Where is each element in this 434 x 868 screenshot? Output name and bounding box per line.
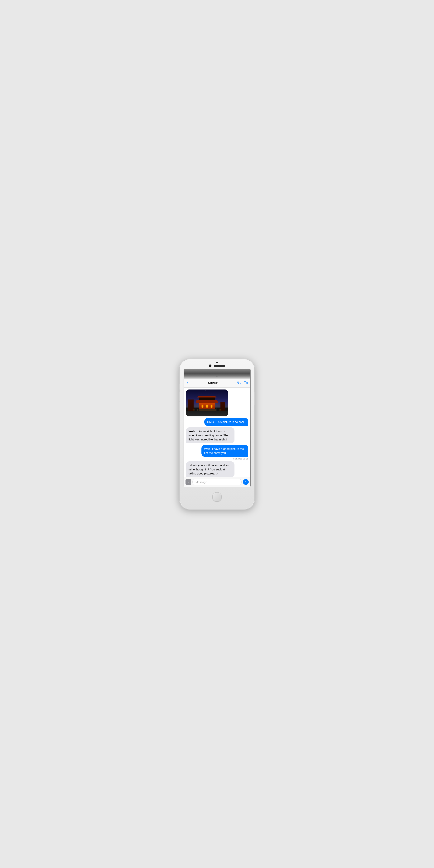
- phone-device: ⌃ ‹ Arthur: [179, 359, 255, 509]
- message-placeholder: iMessage: [195, 480, 207, 484]
- sensor-dot: [216, 362, 218, 363]
- navigation-bar: ‹ Arthur: [184, 379, 250, 388]
- sent-message-wait: Wait ! I have a good picture too ! Let m…: [201, 445, 248, 457]
- messages-area: OMG ! This picture is so cool ! Yeah ! I…: [184, 388, 250, 477]
- phone-top: [179, 359, 255, 367]
- header-image-area: ⌃: [184, 369, 250, 379]
- svg-rect-0: [244, 382, 246, 384]
- mute-button[interactable]: [179, 384, 179, 390]
- expand-button[interactable]: ›: [186, 479, 191, 485]
- top-bar: [209, 365, 225, 367]
- received-message-doubt: I doubt yours will be as good as mine th…: [186, 461, 235, 477]
- nav-action-icons: [237, 381, 247, 385]
- svg-marker-1: [246, 382, 247, 384]
- back-button[interactable]: ‹: [187, 381, 188, 386]
- message-input-field[interactable]: iMessage: [192, 479, 242, 485]
- volume-up-button[interactable]: [179, 392, 179, 401]
- chevron-up-icon[interactable]: ⌃: [216, 375, 218, 378]
- power-button[interactable]: [255, 392, 255, 405]
- phone-call-icon[interactable]: [237, 381, 241, 385]
- image-message-received[interactable]: [186, 390, 228, 416]
- input-bar: › iMessage ↑: [184, 477, 250, 487]
- phone-bottom: [212, 487, 222, 509]
- phone-screen: ⌃ ‹ Arthur: [184, 369, 250, 487]
- sent-message-omg: OMG ! This picture is so cool !: [204, 418, 248, 426]
- send-button[interactable]: ↑: [243, 479, 249, 485]
- send-icon: ↑: [245, 480, 246, 484]
- contact-name: Arthur: [208, 381, 218, 385]
- expand-icon: ›: [188, 480, 189, 484]
- temple-image: [186, 390, 228, 416]
- front-camera: [209, 365, 211, 367]
- video-call-icon[interactable]: [244, 381, 247, 385]
- volume-down-button[interactable]: [179, 402, 179, 411]
- home-button[interactable]: [212, 492, 222, 502]
- received-message-yeah: Yeah ! I know, right ? I took it when I …: [186, 427, 235, 443]
- read-receipt: Read 2016-06-28: [232, 458, 248, 460]
- speaker-grill: [214, 365, 225, 367]
